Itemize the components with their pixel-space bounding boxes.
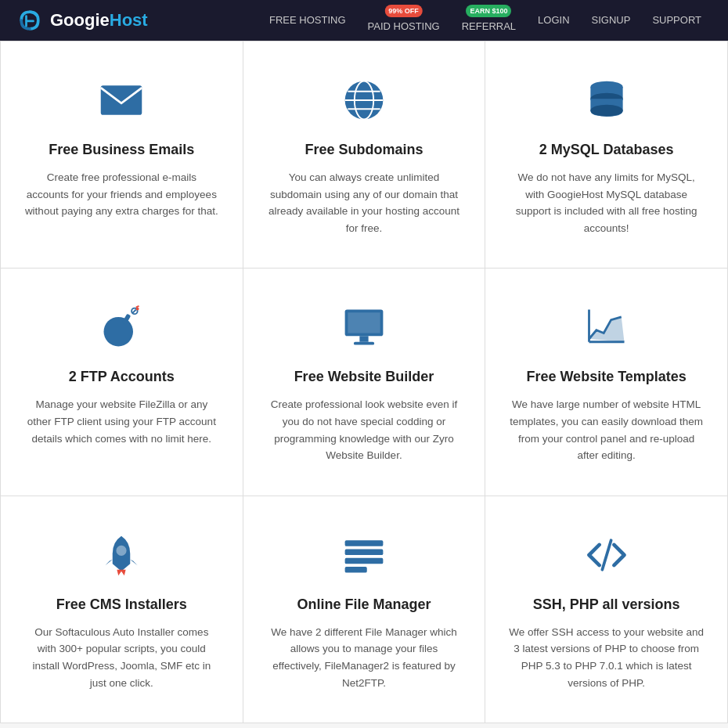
email-icon — [94, 73, 149, 128]
feature-desc-3: Manage your website FileZilla or any oth… — [24, 396, 219, 447]
feature-desc-5: We have large number of website HTML tem… — [509, 396, 704, 463]
svg-point-8 — [590, 105, 622, 117]
filemanager-icon — [337, 528, 391, 582]
nav-item-login[interactable]: LOGIN — [527, 0, 580, 41]
svg-marker-21 — [589, 317, 624, 342]
feature-desc-4: Create professional look website even if… — [267, 396, 462, 463]
svg-rect-18 — [354, 342, 374, 345]
feature-desc-0: Create free professional e-mails account… — [24, 169, 219, 220]
feature-card-code: SSH, PHP all versions We offer SSH acces… — [485, 496, 728, 723]
feature-title-5: Free Website Templates — [526, 369, 686, 385]
svg-point-22 — [117, 546, 127, 556]
feature-desc-2: We do not have any limits for MySQL, wit… — [509, 169, 704, 236]
navbar: GoogieHost FREE HOSTING 99% OFF PAID HOS… — [0, 0, 728, 41]
referral-badge: EARN $100 — [466, 5, 511, 17]
feature-title-0: Free Business Emails — [49, 142, 194, 158]
svg-rect-24 — [345, 549, 384, 555]
rocket-icon — [94, 528, 149, 582]
feature-card-email: Free Business Emails Create free profess… — [1, 41, 243, 268]
nav-menu: FREE HOSTING 99% OFF PAID HOSTING EARN $… — [258, 0, 712, 41]
nav-link-paid-hosting[interactable]: 99% OFF PAID HOSTING — [357, 0, 451, 41]
feature-card-filemanager: Online File Manager We have 2 different … — [243, 496, 486, 723]
nav-item-paid-hosting[interactable]: 99% OFF PAID HOSTING — [357, 0, 451, 41]
svg-point-9 — [104, 317, 134, 347]
feature-title-8: SSH, PHP all versions — [533, 596, 680, 613]
svg-rect-0 — [101, 85, 142, 115]
feature-card-monitor: Free Website Builder Create professional… — [243, 268, 486, 496]
nav-item-signup[interactable]: SIGNUP — [581, 0, 642, 41]
feature-title-4: Free Website Builder — [294, 369, 434, 385]
feature-desc-7: We have 2 different File Manager which a… — [267, 624, 462, 691]
database-icon — [579, 73, 634, 128]
svg-line-14 — [136, 306, 139, 308]
bomb-icon — [94, 300, 149, 355]
feature-desc-1: You can always create unlimited subdomai… — [267, 169, 462, 236]
svg-rect-23 — [345, 540, 384, 546]
svg-rect-16 — [348, 313, 380, 333]
feature-title-7: Online File Manager — [297, 596, 431, 613]
brand-icon — [16, 6, 44, 34]
feature-desc-8: We offer SSH access to your website and … — [509, 624, 704, 691]
feature-title-2: 2 MySQL Databases — [539, 142, 674, 158]
features-grid: Free Business Emails Create free profess… — [0, 41, 728, 723]
svg-rect-17 — [359, 337, 368, 343]
nav-link-support[interactable]: SUPPORT — [641, 0, 712, 41]
feature-card-globe: Free Subdomains You can always create un… — [243, 41, 486, 268]
nav-link-signup[interactable]: SIGNUP — [581, 0, 642, 41]
feature-card-database: 2 MySQL Databases We do not have any lim… — [485, 41, 728, 268]
feature-title-6: Free CMS Installers — [56, 596, 187, 613]
feature-title-3: 2 FTP Accounts — [69, 369, 175, 385]
nav-link-free-hosting[interactable]: FREE HOSTING — [258, 0, 357, 41]
nav-item-support[interactable]: SUPPORT — [641, 0, 712, 41]
svg-line-12 — [132, 310, 136, 314]
nav-link-referral[interactable]: EARN $100 REFERRAL — [451, 0, 527, 41]
svg-line-27 — [602, 540, 611, 570]
feature-desc-6: Our Softaculous Auto Installer comes wit… — [24, 624, 219, 691]
brand-logo-area: GoogieHost — [16, 6, 148, 34]
nav-item-referral[interactable]: EARN $100 REFERRAL — [451, 0, 527, 41]
code-icon — [579, 528, 634, 582]
feature-card-bomb: 2 FTP Accounts Manage your website FileZ… — [1, 268, 243, 496]
monitor-icon — [337, 300, 391, 355]
feature-card-rocket: Free CMS Installers Our Softaculous Auto… — [1, 496, 243, 723]
chart-icon — [579, 300, 634, 355]
feature-title-1: Free Subdomains — [305, 142, 423, 158]
svg-rect-26 — [345, 567, 367, 573]
nav-link-login[interactable]: LOGIN — [527, 0, 580, 41]
brand-text: GoogieHost — [50, 10, 148, 31]
feature-card-chart: Free Website Templates We have large num… — [485, 268, 728, 496]
nav-item-free-hosting[interactable]: FREE HOSTING — [258, 0, 357, 41]
globe-icon — [337, 73, 391, 128]
paid-hosting-badge: 99% OFF — [384, 5, 423, 17]
svg-rect-25 — [345, 558, 384, 564]
